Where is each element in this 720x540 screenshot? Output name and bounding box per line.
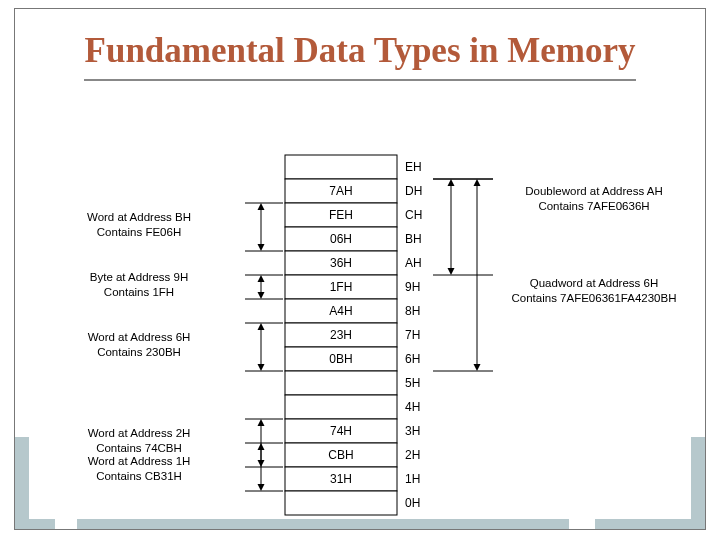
memory-cell [285, 371, 397, 395]
label-line: Contains 230BH [97, 346, 181, 358]
memory-diagram: EH7AHDHFEHCH06HBH36HAH1FH9HA4H8H23H7H0BH… [29, 147, 720, 537]
cell-address: 2H [405, 448, 420, 462]
memory-cell [285, 491, 397, 515]
title-underline [84, 79, 636, 81]
cell-address: BH [405, 232, 422, 246]
label-line: Contains 1FH [104, 286, 174, 298]
svg-marker-29 [448, 268, 455, 275]
memory-cell [285, 395, 397, 419]
svg-marker-14 [258, 364, 265, 371]
cell-value: 31H [330, 472, 352, 486]
slide-title: Fundamental Data Types in Memory [15, 31, 705, 81]
label-line: Quadword at Address 6H [530, 277, 659, 289]
label-line: Contains FE06H [97, 226, 181, 238]
svg-marker-24 [258, 484, 265, 491]
label-line: Word at Address 6H [88, 331, 191, 343]
label-line: Contains 7AFE0636H [538, 200, 649, 212]
cell-value: 74H [330, 424, 352, 438]
cell-value: FEH [329, 208, 353, 222]
cell-address: DH [405, 184, 422, 198]
svg-marker-23 [258, 443, 265, 450]
label-line: Contains 74CBH [96, 442, 182, 454]
cell-value: 36H [330, 256, 352, 270]
svg-marker-18 [258, 419, 265, 426]
cell-address: AH [405, 256, 422, 270]
svg-marker-9 [258, 292, 265, 299]
title-text: Fundamental Data Types in Memory [85, 31, 636, 70]
diagram-stage: EH7AHDHFEHCH06HBH36HAH1FH9HA4H8H23H7H0BH… [29, 147, 691, 519]
label-line: Word at Address 2H [88, 427, 191, 439]
cell-value: A4H [329, 304, 352, 318]
svg-marker-4 [258, 244, 265, 251]
svg-marker-13 [258, 323, 265, 330]
svg-marker-8 [258, 275, 265, 282]
svg-marker-28 [448, 179, 455, 186]
label-line: Contains CB31H [96, 470, 182, 482]
cell-address: 5H [405, 376, 420, 390]
cell-value: 0BH [329, 352, 352, 366]
label-line: Word at Address BH [87, 211, 191, 223]
label-line: Contains 7AFE06361FA4230BH [512, 292, 677, 304]
cell-address: 7H [405, 328, 420, 342]
cell-value: CBH [328, 448, 353, 462]
slide-frame: Fundamental Data Types in Memory EH7AHDH… [14, 8, 706, 530]
cell-address: 0H [405, 496, 420, 510]
left-labels: Word at Address BHContains FE06HByte at … [87, 203, 283, 491]
cell-address: 4H [405, 400, 420, 414]
memory-cell [285, 155, 397, 179]
cell-address: 9H [405, 280, 420, 294]
label-line: Word at Address 1H [88, 455, 191, 467]
label-line: Doubleword at Address AH [525, 185, 662, 197]
cell-address: 8H [405, 304, 420, 318]
cell-value: 06H [330, 232, 352, 246]
cell-address: EH [405, 160, 422, 174]
svg-marker-33 [474, 179, 481, 186]
cell-address: 1H [405, 472, 420, 486]
cell-address: 6H [405, 352, 420, 366]
label-line: Byte at Address 9H [90, 271, 188, 283]
cell-value: 1FH [330, 280, 353, 294]
memory-cells: EH7AHDHFEHCH06HBH36HAH1FH9HA4H8H23H7H0BH… [285, 155, 422, 515]
cell-value: 7AH [329, 184, 352, 198]
cell-address: CH [405, 208, 422, 222]
svg-marker-3 [258, 203, 265, 210]
svg-marker-34 [474, 364, 481, 371]
cell-address: 3H [405, 424, 420, 438]
cell-value: 23H [330, 328, 352, 342]
right-labels: Doubleword at Address AHContains 7AFE063… [433, 179, 676, 371]
